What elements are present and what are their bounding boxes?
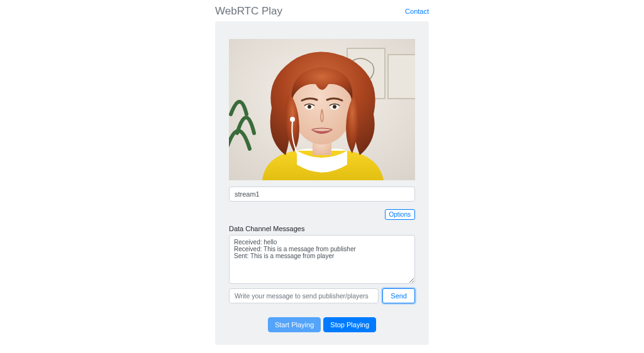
start-playing-button[interactable]: Start Playing xyxy=(268,317,321,332)
video-preview xyxy=(229,39,415,180)
contact-link[interactable]: Contact xyxy=(405,8,429,15)
svg-point-8 xyxy=(333,105,336,109)
data-channel-label: Data Channel Messages xyxy=(229,225,415,232)
svg-point-7 xyxy=(308,105,311,109)
svg-rect-2 xyxy=(388,55,415,99)
message-input[interactable] xyxy=(229,288,379,303)
options-button[interactable]: Options xyxy=(385,209,415,220)
main-panel: Options Data Channel Messages Send Start… xyxy=(215,21,429,345)
page-title: WebRTC Play xyxy=(215,5,282,18)
send-button[interactable]: Send xyxy=(382,288,415,303)
svg-point-9 xyxy=(290,117,295,122)
data-channel-messages[interactable] xyxy=(229,235,415,284)
stop-playing-button[interactable]: Stop Playing xyxy=(323,317,376,332)
stream-id-input[interactable] xyxy=(229,187,415,202)
